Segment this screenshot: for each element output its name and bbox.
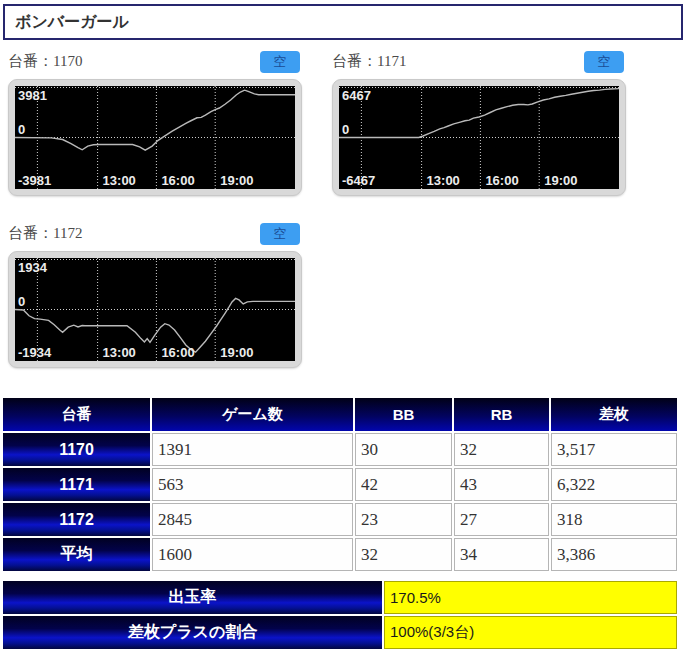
cell-diff: 318 (551, 503, 677, 536)
page-title: ボンバーガール (15, 13, 129, 30)
svg-text:19:00: 19:00 (220, 345, 253, 360)
machine-number-label: 台番：1172 (8, 224, 82, 243)
col-header-machine: 台番 (3, 398, 150, 431)
summary-value-payout: 170.5% (384, 581, 677, 614)
svg-text:19:00: 19:00 (220, 173, 253, 188)
machine-label-row: 台番：1171 空 (332, 50, 628, 73)
svg-text:19:00: 19:00 (544, 173, 577, 188)
machine-label-row: 台番：1172 空 (8, 222, 304, 245)
table-row: 1172 2845 23 27 318 (3, 503, 677, 536)
summary-row: 差枚プラスの割合 100%(3/3台) (3, 616, 677, 649)
graph-card: 19340-193413:0016:0019:00 (8, 251, 302, 368)
cell-diff: 3,517 (551, 433, 677, 466)
cell-games: 1391 (152, 433, 353, 466)
svg-text:3981: 3981 (18, 88, 47, 103)
page-title-box: ボンバーガール (3, 4, 683, 40)
row-header-cell: 平均 (3, 538, 150, 571)
summary-value-plus-ratio: 100%(3/3台) (384, 616, 677, 649)
table-row: 1170 1391 30 32 3,517 (3, 433, 677, 466)
svg-text:16:00: 16:00 (161, 173, 194, 188)
graph-card: 39810-398113:0016:0019:00 (8, 79, 302, 196)
svg-text:-1934: -1934 (18, 345, 52, 360)
machine-block-1170: 台番：1170 空 39810-398113:0016:0019:00 (8, 50, 304, 196)
cell-bb: 30 (355, 433, 452, 466)
svg-text:13:00: 13:00 (427, 173, 460, 188)
col-header-rb: RB (454, 398, 549, 431)
cell-diff: 3,386 (551, 538, 677, 571)
machine-block-1171: 台番：1171 空 64670-646713:0016:0019:00 (332, 50, 628, 196)
summary-table: 出玉率 170.5% 差枚プラスの割合 100%(3/3台) (1, 579, 679, 651)
machine-label-row: 台番：1170 空 (8, 50, 304, 73)
svg-text:16:00: 16:00 (485, 173, 518, 188)
machines-grid: 台番：1170 空 39810-398113:0016:0019:00 台番：1… (8, 50, 685, 368)
summary-label-plus-ratio: 差枚プラスの割合 (3, 616, 382, 649)
results-table: 台番 ゲーム数 BB RB 差枚 1170 1391 30 32 3,517 1… (1, 396, 679, 573)
row-header-cell: 1171 (3, 468, 150, 501)
slump-graph-1171: 64670-646713:0016:0019:00 (339, 86, 619, 189)
vacant-button[interactable]: 空 (260, 51, 300, 73)
row-header-cell: 1170 (3, 433, 150, 466)
svg-text:0: 0 (18, 294, 25, 309)
cell-rb: 43 (454, 468, 549, 501)
svg-text:6467: 6467 (342, 88, 371, 103)
svg-text:-3981: -3981 (18, 173, 51, 188)
svg-text:16:00: 16:00 (161, 345, 194, 360)
col-header-bb: BB (355, 398, 452, 431)
cell-games: 563 (152, 468, 353, 501)
cell-diff: 6,322 (551, 468, 677, 501)
graph-card: 64670-646713:0016:0019:00 (332, 79, 626, 196)
slump-graph-1172: 19340-193413:0016:0019:00 (15, 258, 295, 361)
svg-text:0: 0 (342, 122, 349, 137)
machine-number-label: 台番：1171 (332, 52, 406, 71)
cell-games: 2845 (152, 503, 353, 536)
cell-bb: 23 (355, 503, 452, 536)
col-header-diff: 差枚 (551, 398, 677, 431)
slump-graph-1170: 39810-398113:0016:0019:00 (15, 86, 295, 189)
svg-text:0: 0 (18, 122, 25, 137)
table-header-row: 台番 ゲーム数 BB RB 差枚 (3, 398, 677, 431)
vacant-button[interactable]: 空 (584, 51, 624, 73)
svg-text:-6467: -6467 (342, 173, 375, 188)
cell-bb: 42 (355, 468, 452, 501)
svg-text:13:00: 13:00 (103, 345, 136, 360)
machine-number-label: 台番：1170 (8, 52, 82, 71)
table-row-average: 平均 1600 32 34 3,386 (3, 538, 677, 571)
cell-rb: 32 (454, 433, 549, 466)
row-header-cell: 1172 (3, 503, 150, 536)
svg-text:1934: 1934 (18, 260, 48, 275)
vacant-button[interactable]: 空 (260, 223, 300, 245)
cell-rb: 27 (454, 503, 549, 536)
summary-label-payout: 出玉率 (3, 581, 382, 614)
cell-rb: 34 (454, 538, 549, 571)
summary-row: 出玉率 170.5% (3, 581, 677, 614)
cell-games: 1600 (152, 538, 353, 571)
table-row: 1171 563 42 43 6,322 (3, 468, 677, 501)
machine-block-1172: 台番：1172 空 19340-193413:0016:0019:00 (8, 222, 304, 368)
cell-bb: 32 (355, 538, 452, 571)
col-header-games: ゲーム数 (152, 398, 353, 431)
svg-text:13:00: 13:00 (103, 173, 136, 188)
